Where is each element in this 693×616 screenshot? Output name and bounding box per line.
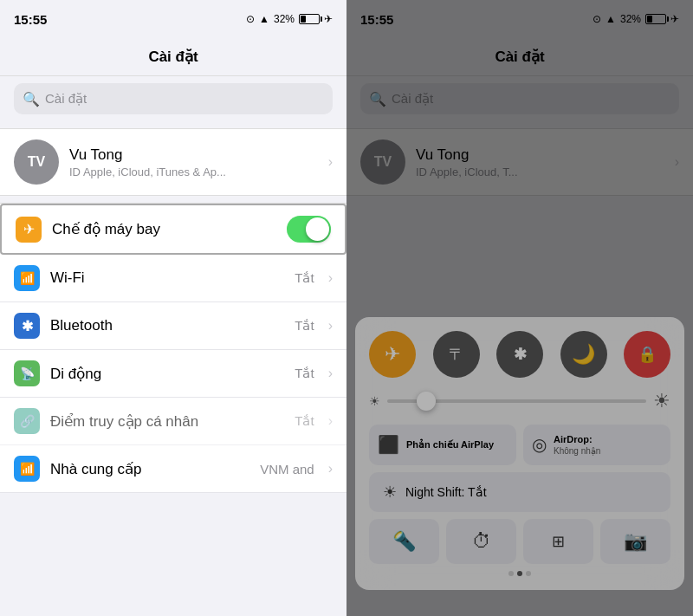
hotspot-value: Tắt: [295, 413, 314, 429]
signal-icon: ⊙: [246, 13, 255, 25]
airplane-mode-row[interactable]: ✈ Chế độ máy bay: [0, 204, 346, 255]
cc-bottom-buttons: 🔦 ⏱ ⊞ 📷: [369, 519, 670, 564]
bluetooth-label: Bluetooth: [50, 317, 284, 334]
left-search-wrap: 🔍 Cài đặt: [0, 76, 346, 121]
cc-night-shift[interactable]: ☀ Night Shift: Tắt: [369, 472, 670, 512]
cc-night-shift-icon: ☀: [383, 483, 397, 502]
right-profile-name: Vu Tong: [416, 146, 664, 164]
cc-airdrop-label: AirDrop:: [554, 433, 600, 445]
right-location-icon: ▲: [606, 13, 616, 25]
carrier-icon: 📶: [14, 456, 40, 482]
right-nav-title: Cài đặt: [495, 48, 544, 66]
left-avatar: TV: [14, 139, 59, 185]
cc-page-dots: [369, 571, 670, 576]
cc-airdrop-value: Không nhận: [554, 445, 600, 457]
right-profile-chevron: ›: [675, 154, 679, 170]
cc-night-shift-label: Night Shift: Tắt: [405, 485, 487, 499]
hotspot-row[interactable]: 🔗 Điểm truy cập cá nhân Tắt ›: [0, 398, 346, 445]
left-search-bar[interactable]: 🔍 Cài đặt: [14, 83, 333, 114]
left-profile-name: Vu Tong: [69, 146, 318, 164]
right-avatar: TV: [360, 139, 405, 185]
carrier-chevron: ›: [328, 461, 333, 477]
right-status-bar: 15:55 ⊙ ▲ 32% ✈: [346, 0, 693, 38]
left-profile-section[interactable]: TV Vu Tong ID Apple, iCloud, iTunes & Ap…: [0, 128, 346, 196]
left-panel: 15:55 ⊙ ▲ 32% ✈ Cài đặt 🔍 Cài đặt TV Vu …: [0, 0, 346, 616]
bluetooth-icon: ✱: [14, 313, 40, 339]
bluetooth-row[interactable]: ✱ Bluetooth Tắt ›: [0, 302, 346, 350]
left-search-placeholder: Cài đặt: [45, 91, 87, 107]
left-profile-info: Vu Tong ID Apple, iCloud, iTunes & Ap...: [69, 146, 318, 178]
brightness-max-icon: ☀: [653, 390, 670, 412]
wifi-value: Tắt: [295, 270, 314, 286]
cc-bluetooth-btn[interactable]: ✱: [496, 331, 543, 378]
cc-airdrop-tile[interactable]: ◎ AirDrop: Không nhận: [523, 425, 670, 465]
right-nav-bar: Cài đặt: [346, 38, 693, 76]
left-status-time: 15:55: [14, 12, 47, 27]
right-profile-row[interactable]: TV Vu Tong ID Apple, iCloud, T... ›: [346, 129, 693, 195]
brightness-track[interactable]: [387, 399, 646, 403]
right-search-wrap: 🔍 Cài đặt: [346, 76, 693, 121]
cc-airdrop-icon: ◎: [532, 434, 547, 455]
cc-wifi-btn[interactable]: 〒: [433, 331, 480, 378]
cc-dot-2: [517, 571, 522, 576]
cc-timer-btn[interactable]: ⏱: [446, 519, 516, 564]
wifi-chevron: ›: [328, 270, 333, 286]
cellular-label: Di động: [50, 365, 284, 383]
battery-icon: [299, 14, 320, 24]
brightness-thumb[interactable]: [417, 392, 436, 411]
right-battery-label: 32%: [620, 13, 641, 25]
control-center[interactable]: ✈ 〒 ✱ 🌙 🔒 ☀ ☀ ⬛ Phản chiếu AirPlay ◎: [355, 317, 684, 590]
cellular-chevron: ›: [328, 366, 333, 381]
cc-moon-btn[interactable]: 🌙: [560, 331, 607, 378]
airplane-status-icon: ✈: [324, 13, 333, 25]
right-airplane-icon: ✈: [670, 13, 679, 25]
left-profile-row[interactable]: TV Vu Tong ID Apple, iCloud, iTunes & Ap…: [0, 129, 346, 195]
brightness-slider[interactable]: ☀ ☀: [369, 390, 670, 412]
left-profile-chevron: ›: [328, 154, 333, 170]
bluetooth-chevron: ›: [328, 318, 333, 334]
right-search-icon: 🔍: [369, 91, 386, 107]
carrier-row[interactable]: 📶 Nhà cung cấp VNM and ›: [0, 445, 346, 493]
right-search-placeholder: Cài đặt: [392, 91, 433, 107]
cc-airplane-btn[interactable]: ✈: [369, 331, 416, 378]
brightness-min-icon: ☀: [369, 394, 380, 408]
wifi-row[interactable]: 📶 Wi-Fi Tắt ›: [0, 255, 346, 302]
airplane-toggle[interactable]: [287, 216, 331, 243]
cellular-value: Tắt: [295, 366, 314, 381]
location-icon: ▲: [259, 13, 269, 25]
right-profile-section[interactable]: TV Vu Tong ID Apple, iCloud, T... ›: [346, 128, 693, 196]
left-status-icons: ⊙ ▲ 32% ✈: [246, 13, 333, 25]
right-search-bar[interactable]: 🔍 Cài đặt: [360, 83, 679, 114]
cc-dot-3: [526, 571, 531, 576]
hotspot-icon: 🔗: [14, 408, 40, 434]
cc-camera-btn[interactable]: 📷: [600, 519, 670, 564]
cellular-icon: 📡: [14, 360, 40, 386]
cc-airplay-tile[interactable]: ⬛ Phản chiếu AirPlay: [369, 425, 516, 465]
cc-airplay-icon: ⬛: [378, 434, 399, 455]
left-nav-title: Cài đặt: [148, 48, 198, 66]
right-profile-info: Vu Tong ID Apple, iCloud, T...: [416, 146, 664, 178]
cc-lock-btn[interactable]: 🔒: [624, 331, 670, 378]
wifi-icon: 📶: [14, 265, 40, 291]
right-battery-icon: [645, 14, 666, 24]
wifi-label: Wi-Fi: [50, 269, 284, 287]
left-search-icon: 🔍: [23, 91, 40, 107]
left-profile-subtitle: ID Apple, iCloud, iTunes & Ap...: [69, 165, 318, 178]
left-status-bar: 15:55 ⊙ ▲ 32% ✈: [0, 0, 346, 38]
hotspot-chevron: ›: [328, 413, 333, 429]
airplane-icon: ✈: [16, 217, 42, 243]
cc-airdrop-text: AirDrop: Không nhận: [554, 433, 600, 457]
hotspot-label: Điểm truy cập cá nhân: [50, 412, 284, 431]
cc-flashlight-btn[interactable]: 🔦: [369, 519, 439, 564]
right-profile-subtitle: ID Apple, iCloud, T...: [416, 165, 664, 178]
left-nav-bar: Cài đặt: [0, 38, 346, 76]
right-status-time: 15:55: [360, 12, 393, 27]
cc-middle-row: ⬛ Phản chiếu AirPlay ◎ AirDrop: Không nh…: [369, 425, 670, 465]
cellular-row[interactable]: 📡 Di động Tắt ›: [0, 350, 346, 398]
cc-calculator-btn[interactable]: ⊞: [523, 519, 593, 564]
carrier-label: Nhà cung cấp: [50, 460, 249, 478]
right-panel: 15:55 ⊙ ▲ 32% ✈ Cài đặt 🔍 Cài đặt TV Vu …: [346, 0, 693, 616]
bluetooth-value: Tắt: [295, 318, 314, 334]
right-signal-icon: ⊙: [593, 13, 601, 25]
carrier-value: VNM and: [260, 462, 314, 477]
